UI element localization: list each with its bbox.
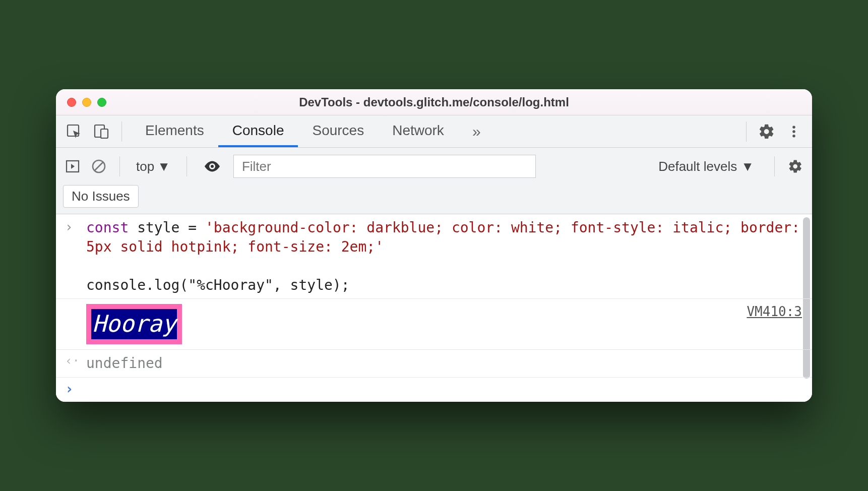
tab-sources[interactable]: Sources xyxy=(298,115,378,147)
console-code[interactable]: const style = 'background-color: darkblu… xyxy=(86,218,802,294)
svg-point-5 xyxy=(792,135,795,138)
levels-label: Default levels xyxy=(658,159,737,174)
close-window-button[interactable] xyxy=(67,98,76,107)
code-line: console.log("%cHooray", style); xyxy=(86,277,350,293)
code-text: style = xyxy=(129,219,205,236)
inspect-element-icon[interactable] xyxy=(63,120,85,143)
divider xyxy=(119,156,120,176)
tab-console[interactable]: Console xyxy=(218,115,298,147)
titlebar: DevTools - devtools.glitch.me/console/lo… xyxy=(56,89,812,115)
prompt-chevron-icon: › xyxy=(65,381,74,397)
maximize-window-button[interactable] xyxy=(97,98,106,107)
issues-button[interactable]: No Issues xyxy=(63,185,139,208)
code-keyword: const xyxy=(86,219,129,236)
console-log-row: Hooray VM410:3 xyxy=(56,299,812,350)
window-title: DevTools - devtools.glitch.me/console/lo… xyxy=(56,95,812,109)
divider xyxy=(121,121,122,142)
return-value: undefined xyxy=(86,354,802,373)
svg-point-3 xyxy=(792,126,795,129)
console-output: › const style = 'background-color: darkb… xyxy=(56,214,812,402)
divider xyxy=(774,156,775,176)
device-toolbar-icon[interactable] xyxy=(90,120,112,143)
main-tabbar: Elements Console Sources Network » xyxy=(56,115,812,148)
kebab-menu-icon[interactable] xyxy=(783,120,805,143)
settings-gear-icon[interactable] xyxy=(756,120,778,143)
toggle-sidebar-icon[interactable] xyxy=(63,157,82,176)
svg-line-8 xyxy=(94,162,103,171)
return-arrow-icon: ‹· xyxy=(65,354,80,368)
context-label: top xyxy=(136,159,154,174)
dropdown-triangle-icon: ▼ xyxy=(741,159,754,174)
filter-input[interactable] xyxy=(233,155,536,178)
console-return-row: ‹· undefined xyxy=(56,350,812,378)
dropdown-triangle-icon: ▼ xyxy=(157,159,170,174)
live-expression-icon[interactable] xyxy=(198,157,226,175)
console-input-row: › const style = 'background-color: darkb… xyxy=(56,214,812,299)
styled-log-output: Hooray xyxy=(86,304,182,344)
panel-tabs: Elements Console Sources Network xyxy=(131,115,458,147)
minimize-window-button[interactable] xyxy=(82,98,91,107)
input-chevron-icon: › xyxy=(65,219,73,234)
console-toolbar: top ▼ Default levels ▼ No Issues xyxy=(56,148,812,214)
more-tabs-icon[interactable]: » xyxy=(463,123,490,140)
devtools-window: DevTools - devtools.glitch.me/console/lo… xyxy=(56,89,812,402)
console-settings-gear-icon[interactable] xyxy=(786,157,805,176)
divider xyxy=(187,156,187,176)
console-prompt-row[interactable]: › xyxy=(56,378,812,402)
divider xyxy=(746,121,747,142)
svg-point-9 xyxy=(211,165,214,168)
clear-console-icon[interactable] xyxy=(89,157,108,176)
svg-point-4 xyxy=(792,130,795,133)
context-selector[interactable]: top ▼ xyxy=(131,159,175,174)
window-controls xyxy=(67,98,106,107)
source-link[interactable]: VM410:3 xyxy=(736,304,802,344)
log-levels-selector[interactable]: Default levels ▼ xyxy=(649,159,763,174)
tab-elements[interactable]: Elements xyxy=(131,115,218,147)
tab-network[interactable]: Network xyxy=(378,115,458,147)
svg-rect-2 xyxy=(101,129,108,138)
